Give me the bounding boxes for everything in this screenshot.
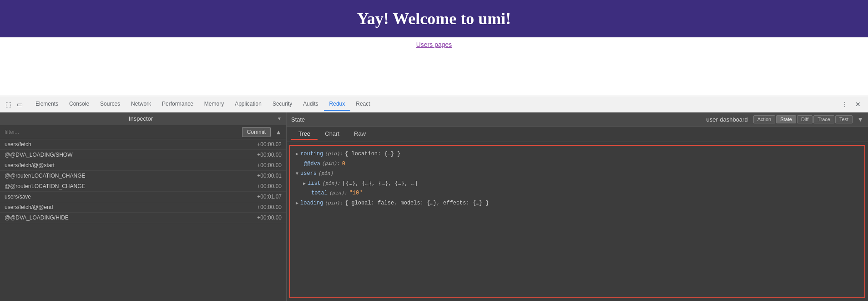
- tab-network[interactable]: Network: [126, 98, 156, 111]
- tab-elements[interactable]: Elements: [30, 98, 64, 111]
- tree-line: ▶ loading (pin): { global: false, models…: [296, 199, 859, 209]
- tree-key: total: [311, 189, 328, 199]
- tree-paren: (pin):: [329, 189, 348, 198]
- inspector-title: Inspector: [5, 115, 277, 122]
- action-item[interactable]: @@router/LOCATION_CHANGE+00:00.01: [0, 171, 286, 181]
- tab-performance[interactable]: Performance: [156, 98, 199, 111]
- action-time: +00:00.00: [257, 204, 282, 210]
- app-title: Yay! Welcome to umi!: [0, 9, 868, 28]
- state-content[interactable]: ▶ routing (pin): { location: {…} }@@dva …: [289, 145, 865, 298]
- state-buttons: Action State Diff Trace Test: [753, 115, 853, 123]
- action-time: +00:00.01: [257, 173, 282, 179]
- tab-sources[interactable]: Sources: [95, 98, 126, 111]
- action-button[interactable]: Action: [753, 115, 776, 123]
- state-close-icon[interactable]: ▼: [857, 116, 863, 123]
- tree-key: loading: [300, 199, 323, 209]
- right-panel-title: user-dashboard: [520, 116, 748, 123]
- state-panel: State user-dashboard Action State Diff T…: [287, 112, 868, 301]
- action-time: +00:00.00: [257, 214, 282, 221]
- tree-line: ▼ users (pin): [296, 169, 859, 179]
- inspector-filter-row: Commit ▲: [0, 125, 286, 139]
- action-name: @@DVA_LOADING/HIDE: [5, 214, 69, 221]
- action-name: @@router/LOCATION_CHANGE: [5, 183, 86, 189]
- tree-value: "10": [349, 189, 363, 199]
- tree-line: @@dva (pin): 0: [296, 159, 859, 169]
- tree-paren: (pin):: [323, 179, 341, 189]
- state-button[interactable]: State: [776, 115, 796, 123]
- inspector-panel: Inspector ▼ Commit ▲ users/fetch+00:00.0…: [0, 112, 287, 301]
- action-item[interactable]: @@DVA_LOADING/HIDE+00:00.00: [0, 213, 286, 223]
- tree-value: [{…}, {…}, {…}, {…}, …]: [342, 179, 418, 189]
- test-button[interactable]: Test: [835, 115, 853, 123]
- trace-button[interactable]: Trace: [813, 115, 834, 123]
- commit-button[interactable]: Commit: [242, 127, 271, 137]
- inspector-header: Inspector ▼: [0, 112, 286, 125]
- action-name: @@router/LOCATION_CHANGE: [5, 173, 86, 179]
- action-name: users/fetch/@@start: [5, 162, 55, 168]
- action-item[interactable]: users/fetch/@@start+00:00.00: [0, 160, 286, 171]
- tree-key: routing: [300, 149, 323, 159]
- tree-line: ▶ list (pin): [{…}, {…}, {…}, {…}, …]: [303, 179, 859, 189]
- action-time: +00:00.00: [257, 183, 282, 189]
- tree-paren: (pin):: [325, 199, 343, 208]
- tree-paren: (pin):: [322, 159, 340, 168]
- tab-audits[interactable]: Audits: [298, 98, 323, 111]
- subtab-raw[interactable]: Raw: [347, 128, 373, 140]
- tree-value: { location: {…} }: [345, 149, 400, 159]
- action-item[interactable]: @@router/LOCATION_CHANGE+00:00.00: [0, 181, 286, 192]
- action-time: +00:00.02: [257, 141, 282, 148]
- action-time: +00:01.07: [257, 194, 282, 200]
- inspector-chevron-icon[interactable]: ▼: [277, 116, 282, 121]
- action-name: users/fetch: [5, 141, 31, 148]
- tab-memory[interactable]: Memory: [199, 98, 229, 111]
- action-name: @@DVA_LOADING/SHOW: [5, 152, 73, 158]
- action-item[interactable]: users/fetch+00:00.02: [0, 139, 286, 150]
- devtools-body: Inspector ▼ Commit ▲ users/fetch+00:00.0…: [0, 112, 868, 301]
- subtab-chart[interactable]: Chart: [318, 128, 347, 140]
- more-tabs-icon[interactable]: ⋮: [838, 99, 852, 110]
- diff-button[interactable]: Diff: [797, 115, 812, 123]
- tree-key: users: [300, 169, 317, 179]
- tree-toggle[interactable]: ▶: [296, 150, 298, 158]
- scroll-up-button[interactable]: ▲: [273, 128, 283, 137]
- action-item[interactable]: users/save+00:01.07: [0, 192, 286, 202]
- state-title: State: [291, 116, 520, 123]
- app-area: Yay! Welcome to umi! Users pages: [0, 0, 868, 96]
- tree-line: ▶ routing (pin): { location: {…} }: [296, 149, 859, 159]
- tree-toggle[interactable]: ▼: [296, 170, 298, 178]
- tree-value: { global: false, models: {…}, effects: {…: [345, 199, 489, 209]
- tree-toggle[interactable]: ▶: [296, 199, 298, 208]
- tab-application[interactable]: Application: [229, 98, 267, 111]
- filter-input[interactable]: [3, 128, 239, 136]
- action-name: users/save: [5, 194, 31, 200]
- inspect-element-icon[interactable]: ⬚: [4, 99, 13, 110]
- tree-key: list: [308, 179, 321, 189]
- app-header: Yay! Welcome to umi!: [0, 0, 868, 37]
- tab-react[interactable]: React: [350, 98, 375, 111]
- state-subtabs: Tree Chart Raw: [287, 127, 868, 142]
- tree-toggle[interactable]: ▶: [303, 180, 306, 188]
- action-name: users/fetch/@@end: [5, 204, 53, 210]
- action-item[interactable]: @@DVA_LOADING/SHOW+00:00.00: [0, 150, 286, 160]
- action-time: +00:00.00: [257, 162, 282, 168]
- tree-paren: (pin): [318, 169, 333, 179]
- device-mode-icon[interactable]: ▭: [15, 99, 25, 110]
- devtools-tabbar: ⬚ ▭ Elements Console Sources Network Per…: [0, 96, 868, 112]
- action-list[interactable]: users/fetch+00:00.02@@DVA_LOADING/SHOW+0…: [0, 139, 286, 301]
- tree-value: 0: [342, 159, 345, 169]
- devtools: ⬚ ▭ Elements Console Sources Network Per…: [0, 96, 868, 301]
- action-time: +00:00.00: [257, 152, 282, 158]
- tab-console[interactable]: Console: [64, 98, 95, 111]
- tab-security[interactable]: Security: [267, 98, 298, 111]
- tree-key: @@dva: [304, 159, 320, 169]
- tree-line: total (pin): "10": [303, 189, 859, 199]
- subtab-tree[interactable]: Tree: [291, 128, 318, 140]
- app-subtitle[interactable]: Users pages: [416, 41, 452, 48]
- state-top-header: State user-dashboard Action State Diff T…: [287, 112, 868, 127]
- devtools-icons: ⬚ ▭: [4, 99, 25, 110]
- action-item[interactable]: users/fetch/@@end+00:00.00: [0, 202, 286, 213]
- tree-paren: (pin):: [325, 150, 343, 159]
- close-devtools-icon[interactable]: ✕: [852, 99, 864, 110]
- tab-redux[interactable]: Redux: [324, 98, 351, 111]
